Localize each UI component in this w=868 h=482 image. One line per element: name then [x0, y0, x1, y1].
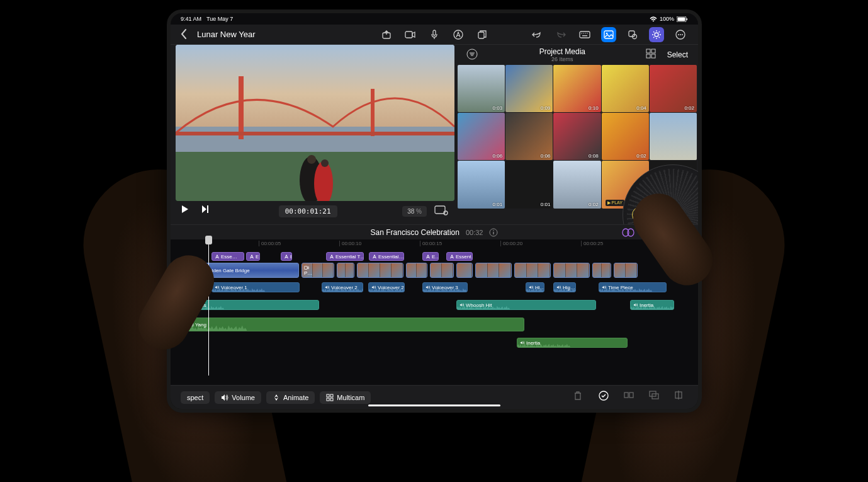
video-track[interactable]: Golden Gate BridgeP…	[171, 263, 698, 278]
thumb-duration: 0:06	[541, 153, 551, 159]
timeline-clip[interactable]: Time Piece	[599, 282, 667, 292]
timeline-clip[interactable]: Essent…	[446, 252, 473, 261]
clip-label: Hi…	[535, 285, 544, 290]
timeline-clip[interactable]: Voiceover 3	[422, 282, 468, 292]
copy-icon[interactable]	[475, 27, 490, 42]
timeline-clip[interactable]: P…	[302, 263, 334, 278]
mic-icon[interactable]	[427, 27, 442, 42]
timeline-clip[interactable]	[553, 263, 590, 278]
home-indicator[interactable]	[368, 405, 500, 406]
playhead[interactable]	[208, 239, 209, 376]
clip-label: Essential T…	[335, 254, 364, 260]
info-icon[interactable]	[489, 228, 498, 237]
media-thumbnail[interactable]: 0:09	[505, 65, 553, 112]
timecode-display[interactable]: 00:00:01:21	[279, 205, 337, 217]
clip-label: Essent…	[456, 254, 473, 260]
timeline-clip[interactable]: Essential…	[369, 252, 404, 261]
media-thumbnail[interactable]: 0:01	[505, 161, 553, 208]
media-thumbnail[interactable]: 0:02	[553, 161, 600, 208]
svg-rect-2	[687, 18, 688, 20]
trash-icon[interactable]	[573, 391, 587, 405]
svg-rect-33	[207, 205, 208, 213]
keyboard-icon[interactable]	[577, 27, 592, 42]
multicam-button[interactable]: Multicam	[320, 391, 371, 404]
text-icon[interactable]	[451, 27, 466, 42]
svg-rect-27	[371, 89, 375, 136]
timeline-clip[interactable]: Esse…	[211, 252, 244, 261]
animate-button[interactable]: Animate	[266, 391, 315, 404]
timeline-clip[interactable]	[456, 263, 473, 278]
timeline-clip[interactable]	[337, 263, 354, 278]
timeline-clip[interactable]: Inertia	[517, 338, 628, 348]
clip-label: Hig…	[563, 285, 575, 290]
camera-icon[interactable]	[403, 27, 418, 42]
timeline-ruler[interactable]: 00:00:0500:00:1000:00:1500:00:2000:00:25	[171, 239, 698, 250]
undo-icon[interactable]	[529, 27, 544, 42]
inspect-button[interactable]: spect	[181, 391, 210, 404]
media-thumbnail[interactable]: 0:03	[458, 65, 505, 112]
timeline-clip[interactable]	[614, 263, 638, 278]
sfx-track-2[interactable]: Inertia	[171, 338, 698, 348]
effects-icon[interactable]	[625, 27, 640, 42]
media-thumbnail[interactable]: 0:08	[553, 113, 600, 160]
media-thumbnail[interactable]: 0:06	[505, 113, 553, 160]
ai-icon[interactable]	[649, 27, 664, 42]
svg-rect-54	[629, 393, 633, 398]
detach-icon[interactable]	[649, 391, 663, 405]
svg-rect-51	[330, 398, 333, 401]
media-thumbnail[interactable]: 0:02	[650, 65, 697, 112]
timeline-clip[interactable]: in and Yang	[171, 318, 524, 331]
battery-pct: 100%	[660, 16, 674, 22]
timeline-clip[interactable]: Voiceover 2	[322, 282, 363, 292]
timeline-clip[interactable]	[475, 263, 512, 278]
timeline-clip[interactable]: Essential T…	[326, 252, 364, 261]
library-icon[interactable]	[601, 27, 616, 42]
back-button[interactable]	[181, 29, 192, 40]
checkmark-icon[interactable]	[599, 391, 612, 405]
timeline-clip[interactable]: Voiceover 2	[368, 282, 405, 292]
redo-icon[interactable]	[553, 27, 568, 42]
timeline-clip[interactable]: Inertia	[630, 300, 674, 310]
timeline-clip[interactable]: Hi…	[526, 282, 544, 292]
timeline-clip[interactable]	[430, 263, 454, 278]
sort-icon[interactable]	[466, 49, 479, 61]
timeline-clip[interactable]	[514, 263, 551, 278]
media-thumbnail[interactable]: 0:04	[602, 65, 649, 112]
play-button[interactable]	[181, 205, 193, 217]
timeline-tracks[interactable]: Esse…E…E…Essential T…Essential…E…Essent……	[171, 250, 698, 385]
timeline-clip[interactable]	[357, 263, 403, 278]
voiceover-track[interactable]: Voiceover 1Voiceover 2Voiceover 2Voiceov…	[171, 282, 698, 292]
grid-layout-icon[interactable]	[646, 49, 658, 61]
next-frame-button[interactable]	[201, 205, 213, 217]
timeline-clip[interactable]: Hig…	[553, 282, 576, 292]
status-bar: 9:41 AM Tue May 7 100%	[171, 13, 698, 25]
music-track[interactable]: in and Yang	[171, 318, 698, 331]
zoom-display[interactable]: 38 %	[402, 206, 427, 217]
media-thumbnail[interactable]: 0:06	[458, 113, 505, 160]
timeline-clip[interactable]	[406, 263, 427, 278]
media-thumbnail[interactable]: 0:01	[458, 161, 505, 208]
timeline-clip[interactable]: Whoosh Hit	[456, 300, 596, 310]
media-thumbnail[interactable]: 0:10	[553, 65, 600, 112]
clip-label: E…	[256, 254, 260, 260]
timeline-clip[interactable]: E…	[281, 252, 292, 261]
ruler-mark: 00:00:15	[420, 241, 442, 246]
timeline-clip[interactable]	[592, 263, 611, 278]
sfx-track-1[interactable]: Light WindsWhoosh HitInertia	[171, 300, 698, 310]
svg-rect-16	[629, 31, 634, 37]
timeline-clip[interactable]: Voiceover 1	[211, 282, 300, 292]
media-thumbnail[interactable]: 0:02	[602, 113, 649, 160]
titles-track[interactable]: Esse…E…E…Essential T…Essential…E…Essent…	[171, 252, 698, 261]
trim-icon[interactable]	[674, 391, 688, 405]
split-icon[interactable]	[624, 391, 638, 405]
volume-button[interactable]: Volume	[215, 391, 261, 404]
ruler-mark: 00:00:10	[339, 241, 361, 246]
timeline-clip[interactable]: E…	[422, 252, 439, 261]
multicam-angle-icon[interactable]	[621, 227, 635, 238]
display-mode-icon[interactable]	[434, 205, 449, 217]
media-thumbnail[interactable]	[650, 113, 697, 160]
timeline-clip[interactable]: E…	[246, 252, 260, 261]
more-icon[interactable]	[673, 27, 688, 42]
select-button[interactable]: Select	[667, 50, 688, 59]
import-icon[interactable]	[379, 27, 394, 42]
